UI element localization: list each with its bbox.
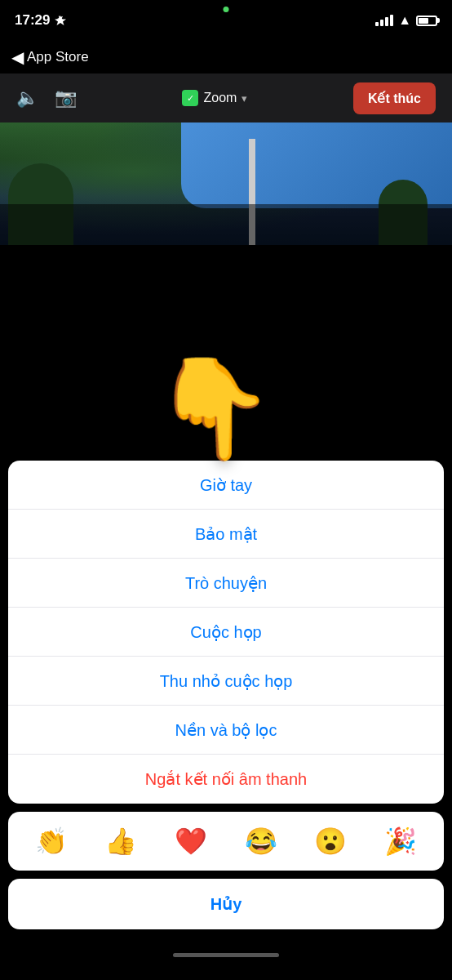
zoom-shield-icon: ✓ <box>182 90 198 106</box>
action-item-chat[interactable]: Trò chuyện <box>8 559 444 608</box>
status-bar: 17:29 ▲ <box>0 0 452 41</box>
bar-3 <box>385 17 388 26</box>
status-time: 17:29 <box>15 12 66 29</box>
cancel-label: Hủy <box>210 894 242 914</box>
bar-2 <box>380 20 383 26</box>
reaction-laugh[interactable]: 😂 <box>245 826 277 857</box>
back-label: App Store <box>27 49 89 65</box>
action-minimize-label: Thu nhỏ cuộc họp <box>160 671 293 691</box>
action-item-minimize[interactable]: Thu nhỏ cuộc họp <box>8 657 444 706</box>
zoom-label: Zoom <box>203 91 237 105</box>
time-display: 17:29 <box>15 12 50 29</box>
reaction-thumbsup[interactable]: 👍 <box>104 826 137 857</box>
battery-icon <box>416 16 437 26</box>
toolbar: 🔈 📷 ✓ Zoom ▾ Kết thúc <box>0 74 452 122</box>
action-sheet: Giờ tay Bảo mật Trò chuyện Cuộc họp Thu … <box>8 461 444 804</box>
action-item-raise-hand[interactable]: Giờ tay <box>8 461 444 510</box>
action-raise-hand-label: Giờ tay <box>200 475 252 495</box>
action-background-label: Nền và bộ lọc <box>175 720 277 740</box>
zoom-chevron-icon: ▾ <box>242 92 247 105</box>
status-icons: ▲ <box>375 13 437 28</box>
reaction-heart[interactable]: ❤️ <box>175 826 207 857</box>
wifi-icon: ▲ <box>398 13 411 28</box>
emoji-reactions-row: 👏 👍 ❤️ 😂 😮 🎉 <box>8 812 444 871</box>
svg-marker-0 <box>55 16 66 25</box>
reaction-celebrate[interactable]: 🎉 <box>384 826 417 857</box>
location-icon <box>55 15 66 26</box>
volume-icon[interactable]: 🔈 <box>16 87 38 109</box>
action-disconnect-audio-label: Ngắt kết nối âm thanh <box>145 769 307 789</box>
nav-bar: ◀ App Store <box>0 41 452 74</box>
home-bar <box>173 953 279 957</box>
back-button[interactable]: ◀ App Store <box>11 49 89 65</box>
action-sheet-container: Giờ tay Bảo mật Trò chuyện Cuộc họp Thu … <box>0 461 452 980</box>
battery-fill <box>419 18 428 24</box>
home-indicator <box>8 936 444 964</box>
bar-4 <box>390 15 393 26</box>
action-item-security[interactable]: Bảo mật <box>8 510 444 559</box>
end-meeting-button[interactable]: Kết thúc <box>353 82 436 114</box>
action-participants-label: Cuộc họp <box>190 622 261 642</box>
toolbar-left: 🔈 📷 <box>16 87 77 109</box>
signal-dot <box>224 7 229 12</box>
action-item-disconnect-audio[interactable]: Ngắt kết nối âm thanh <box>8 755 444 804</box>
reaction-wow[interactable]: 😮 <box>314 826 347 857</box>
action-item-background[interactable]: Nền và bộ lọc <box>8 706 444 755</box>
zoom-button[interactable]: ✓ Zoom ▾ <box>182 90 247 106</box>
signal-bars <box>375 15 393 26</box>
bar-1 <box>375 22 379 26</box>
action-item-participants[interactable]: Cuộc họp <box>8 608 444 657</box>
action-chat-label: Trò chuyện <box>185 573 267 593</box>
camera-flip-icon[interactable]: 📷 <box>55 87 77 109</box>
cancel-button[interactable]: Hủy <box>8 879 444 929</box>
back-chevron-icon: ◀ <box>11 49 24 65</box>
reaction-clap[interactable]: 👏 <box>35 826 68 857</box>
action-security-label: Bảo mật <box>195 524 257 544</box>
